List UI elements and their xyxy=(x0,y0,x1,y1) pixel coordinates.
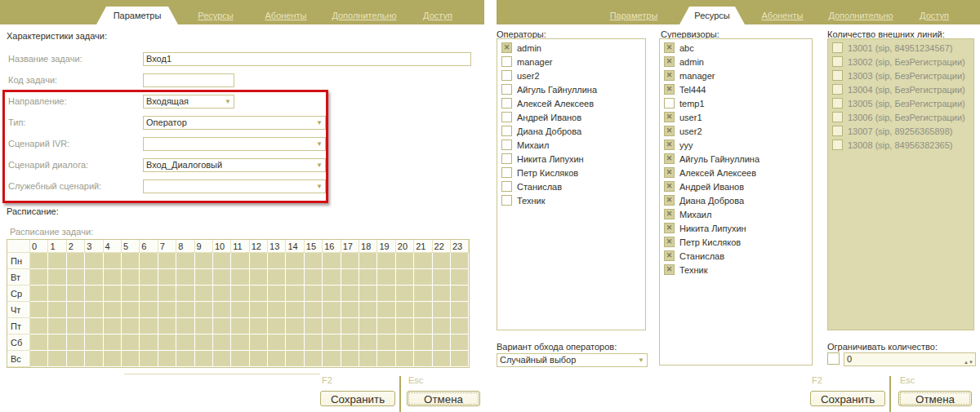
schedule-cell[interactable] xyxy=(104,351,122,367)
schedule-cell[interactable] xyxy=(396,334,414,351)
schedule-cell[interactable] xyxy=(158,318,176,334)
schedule-cell[interactable] xyxy=(433,351,451,367)
unchecked-checkbox-icon[interactable] xyxy=(832,42,843,53)
schedule-cell[interactable] xyxy=(176,334,194,351)
list-item[interactable]: Техник xyxy=(497,193,645,207)
schedule-cell[interactable] xyxy=(305,351,323,367)
schedule-cell[interactable] xyxy=(48,302,66,318)
checked-checkbox-icon[interactable]: ✕ xyxy=(664,264,675,275)
schedule-cell[interactable] xyxy=(85,286,103,302)
schedule-cell[interactable] xyxy=(213,269,231,286)
schedule-cell[interactable] xyxy=(268,302,286,318)
unchecked-checkbox-icon[interactable] xyxy=(501,56,512,67)
schedule-cell[interactable] xyxy=(122,253,140,269)
schedule-cell[interactable] xyxy=(359,302,377,318)
list-item[interactable]: 13002 (sip, БезРегистрации) xyxy=(828,55,973,69)
schedule-cell[interactable] xyxy=(268,334,286,351)
schedule-cell[interactable] xyxy=(122,269,140,286)
list-item[interactable]: Никита Липухин xyxy=(497,152,645,166)
schedule-cell[interactable] xyxy=(104,269,122,286)
list-item[interactable]: 13006 (sip, БезРегистрации) xyxy=(828,110,973,124)
schedule-cell[interactable] xyxy=(286,302,304,318)
schedule-cell[interactable] xyxy=(305,269,323,286)
schedule-cell[interactable] xyxy=(158,253,176,269)
list-item[interactable]: ✕Алексей Алексеев xyxy=(660,166,812,179)
schedule-cell[interactable] xyxy=(30,253,48,269)
task-name-input[interactable]: Вход1 xyxy=(143,52,471,66)
schedule-cell[interactable] xyxy=(305,286,323,302)
ivr-script-select[interactable]: ▼ xyxy=(143,137,326,151)
schedule-cell[interactable] xyxy=(231,286,249,302)
direction-select[interactable]: Входящая ▼ xyxy=(143,95,234,109)
schedule-cell[interactable] xyxy=(48,253,66,269)
unchecked-checkbox-icon[interactable] xyxy=(664,98,675,109)
list-item[interactable]: ✕Техник xyxy=(660,263,812,277)
unchecked-checkbox-icon[interactable] xyxy=(501,112,512,122)
schedule-cell[interactable] xyxy=(433,334,451,351)
schedule-cell[interactable] xyxy=(158,286,176,302)
checked-checkbox-icon[interactable]: ✕ xyxy=(664,70,675,81)
schedule-cell[interactable] xyxy=(213,351,231,367)
tab-right-1[interactable]: Ресурсы xyxy=(679,7,745,24)
schedule-cell[interactable] xyxy=(30,286,48,302)
checked-checkbox-icon[interactable]: ✕ xyxy=(664,112,675,122)
unchecked-checkbox-icon[interactable] xyxy=(832,56,843,67)
schedule-cell[interactable] xyxy=(286,253,304,269)
unchecked-checkbox-icon[interactable] xyxy=(501,167,512,178)
schedule-cell[interactable] xyxy=(104,318,122,334)
list-item[interactable]: 13005 (sip, БезРегистрации) xyxy=(828,96,973,110)
unchecked-checkbox-icon[interactable] xyxy=(501,70,512,81)
schedule-cell[interactable] xyxy=(323,318,341,334)
schedule-cell[interactable] xyxy=(305,318,323,334)
schedule-cell[interactable] xyxy=(140,334,158,351)
list-item[interactable]: temp1 xyxy=(660,96,812,110)
schedule-cell[interactable] xyxy=(359,253,377,269)
unchecked-checkbox-icon[interactable] xyxy=(501,195,512,206)
schedule-cell[interactable] xyxy=(231,334,249,351)
schedule-cell[interactable] xyxy=(414,286,432,302)
schedule-cell[interactable] xyxy=(323,334,341,351)
schedule-cell[interactable] xyxy=(213,302,231,318)
schedule-cell[interactable] xyxy=(396,302,414,318)
schedule-cell[interactable] xyxy=(341,302,359,318)
schedule-cell[interactable] xyxy=(250,286,268,302)
checked-checkbox-icon[interactable]: ✕ xyxy=(664,42,675,53)
schedule-cell[interactable] xyxy=(433,302,451,318)
schedule-cell[interactable] xyxy=(176,269,194,286)
list-item[interactable]: ✕admin xyxy=(660,55,812,69)
schedule-cell[interactable] xyxy=(122,318,140,334)
unchecked-checkbox-icon[interactable] xyxy=(501,181,512,192)
checked-checkbox-icon[interactable]: ✕ xyxy=(664,56,675,67)
limit-spinner[interactable]: 0 ▲▼ xyxy=(844,352,976,366)
list-item[interactable]: ✕Айгуль Гайнуллина xyxy=(660,152,812,166)
schedule-cell[interactable] xyxy=(305,253,323,269)
schedule-cell[interactable] xyxy=(377,351,395,367)
schedule-cell[interactable] xyxy=(250,318,268,334)
tab-right-4[interactable]: Доступ xyxy=(906,7,962,24)
schedule-cell[interactable] xyxy=(359,334,377,351)
list-item[interactable]: Диана Доброва xyxy=(497,124,645,138)
list-item[interactable]: 13001 (sip, 84951234567) xyxy=(828,41,973,55)
schedule-cell[interactable] xyxy=(30,302,48,318)
schedule-cell[interactable] xyxy=(433,318,451,334)
list-item[interactable]: Станислав xyxy=(497,179,645,193)
list-item[interactable]: 13007 (sip, 89256365898) xyxy=(828,124,973,138)
schedule-cell[interactable] xyxy=(30,318,48,334)
schedule-cell[interactable] xyxy=(377,334,395,351)
schedule-cell[interactable] xyxy=(451,269,469,286)
schedule-cell[interactable] xyxy=(451,253,469,269)
schedule-cell[interactable] xyxy=(195,269,213,286)
schedule-cell[interactable] xyxy=(268,351,286,367)
schedule-cell[interactable] xyxy=(414,334,432,351)
unchecked-checkbox-icon[interactable] xyxy=(832,70,843,81)
schedule-cell[interactable] xyxy=(30,334,48,351)
unchecked-checkbox-icon[interactable] xyxy=(501,98,512,109)
schedule-cell[interactable] xyxy=(158,302,176,318)
schedule-cell[interactable] xyxy=(268,269,286,286)
schedule-cell[interactable] xyxy=(286,334,304,351)
schedule-cell[interactable] xyxy=(104,253,122,269)
schedule-cell[interactable] xyxy=(30,351,48,367)
unchecked-checkbox-icon[interactable] xyxy=(501,84,512,95)
schedule-cell[interactable] xyxy=(104,334,122,351)
schedule-cell[interactable] xyxy=(268,286,286,302)
